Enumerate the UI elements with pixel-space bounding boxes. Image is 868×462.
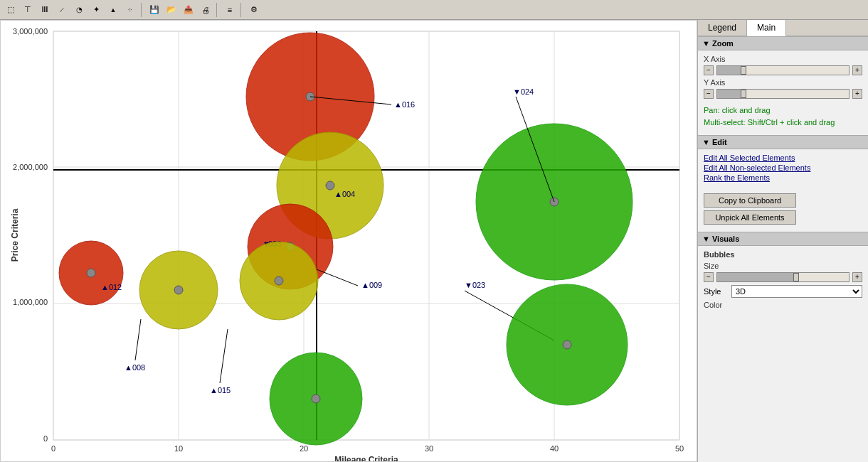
toolbar-list[interactable]: ≡: [222, 2, 238, 18]
visuals-section-content: Bubbles Size − + Style 3D 2D Flat Color: [698, 246, 868, 316]
color-label: Color: [704, 301, 862, 309]
toolbar-sep1: [141, 3, 144, 17]
zoom-section-header[interactable]: ▼ Zoom: [698, 36, 868, 50]
svg-text:0: 0: [51, 444, 55, 453]
style-label: Style: [704, 287, 729, 296]
edit-all-selected-link[interactable]: Edit All Selected Elements: [704, 154, 862, 162]
toolbar-print[interactable]: 🖨: [198, 2, 213, 18]
x-zoom-minus[interactable]: −: [704, 65, 714, 75]
copy-clipboard-btn[interactable]: Copy to Clipboard: [704, 193, 796, 208]
svg-point-34: [326, 181, 334, 190]
x-zoom-plus[interactable]: +: [852, 65, 862, 75]
svg-text:▲015: ▲015: [210, 386, 231, 394]
svg-point-46: [174, 286, 183, 294]
svg-text:40: 40: [550, 444, 559, 453]
pan-line1: Pan: click and drag: [704, 104, 862, 117]
toolbar-star[interactable]: ✦: [88, 2, 104, 18]
svg-text:▲016: ▲016: [394, 100, 415, 109]
toolbar-area[interactable]: ▲: [105, 2, 121, 18]
y-axis-zoom-label: Y Axis: [704, 78, 862, 87]
style-row: Style 3D 2D Flat: [704, 285, 862, 298]
style-select[interactable]: 3D 2D Flat: [731, 285, 862, 298]
chart-area[interactable]: 3,000,000 2,000,000 1,000,000 0 0 10 20 …: [0, 20, 697, 462]
svg-text:Mileage Criteria: Mileage Criteria: [334, 455, 398, 461]
svg-text:10: 10: [174, 444, 183, 453]
toolbar-sep2: [216, 3, 219, 17]
edit-all-nonselected-link[interactable]: Edit All Non-selected Elements: [704, 163, 862, 172]
svg-point-41: [87, 269, 95, 277]
size-plus[interactable]: +: [852, 272, 862, 282]
svg-text:▼024: ▼024: [513, 87, 534, 96]
edit-section-title: ▼ Edit: [702, 138, 727, 146]
visuals-section-header[interactable]: ▼ Visuals: [698, 232, 868, 246]
rank-elements-link[interactable]: Rank the Elements: [704, 173, 862, 182]
svg-text:▲008: ▲008: [125, 363, 145, 372]
x-axis-slider-row: − +: [704, 65, 862, 75]
size-track[interactable]: [716, 272, 850, 282]
toolbar-scatter[interactable]: ⁘: [122, 2, 138, 18]
svg-text:20: 20: [300, 444, 308, 453]
visuals-section-title: ▼ Visuals: [702, 235, 739, 243]
zoom-section-title: ▼ Zoom: [702, 39, 734, 48]
svg-text:2,000,000: 2,000,000: [13, 163, 48, 171]
unpick-all-btn[interactable]: Unpick All Elements: [704, 210, 796, 225]
toolbar-select[interactable]: ⬚: [3, 2, 18, 18]
toolbar-open[interactable]: 📂: [164, 2, 179, 18]
svg-text:▲012: ▲012: [101, 283, 122, 291]
svg-text:1,000,000: 1,000,000: [13, 298, 48, 306]
toolbar-export[interactable]: 📤: [181, 2, 196, 18]
pan-info: Pan: click and drag Multi-select: Shift/…: [704, 102, 862, 131]
toolbar-bar-chart[interactable]: lll: [37, 2, 53, 18]
svg-text:50: 50: [675, 444, 684, 453]
svg-text:30: 30: [425, 444, 433, 453]
main-content: 3,000,000 2,000,000 1,000,000 0 0 10 20 …: [0, 20, 868, 462]
toolbar-pie-chart[interactable]: ◔: [71, 2, 87, 18]
svg-text:▼023: ▼023: [465, 281, 485, 289]
edit-section-content: Edit All Selected Elements Edit All Non-…: [698, 149, 868, 232]
toolbar-save[interactable]: 💾: [147, 2, 162, 18]
tab-main[interactable]: Main: [747, 20, 786, 36]
right-panel: Legend Main ▼ Zoom X Axis − + Y Axis −: [697, 20, 868, 462]
size-minus[interactable]: −: [704, 272, 714, 282]
size-label: Size: [704, 262, 862, 270]
svg-point-54: [312, 394, 320, 403]
y-zoom-minus[interactable]: −: [704, 89, 714, 99]
edit-section-header[interactable]: ▼ Edit: [698, 135, 868, 149]
size-slider-row: − +: [704, 272, 862, 282]
pan-line2: Multi-select: Shift/Ctrl + click and dra…: [704, 117, 862, 129]
svg-text:Price Criteria: Price Criteria: [10, 208, 20, 262]
toolbar-align-top[interactable]: ⊤: [20, 2, 36, 18]
x-axis-zoom-label: X Axis: [704, 55, 862, 63]
toolbar: ⬚ ⊤ lll ⟋ ◔ ✦ ▲ ⁘ 💾 📂 📤 🖨 ≡ ⚙: [0, 0, 868, 20]
zoom-section-content: X Axis − + Y Axis − + Pan: click and: [698, 50, 868, 135]
tab-legend[interactable]: Legend: [698, 20, 747, 36]
svg-point-52: [563, 340, 571, 349]
toolbar-line-chart[interactable]: ⟋: [54, 2, 70, 18]
toolbar-sep3: [240, 3, 243, 17]
svg-point-44: [275, 276, 283, 285]
svg-text:▲009: ▲009: [361, 281, 382, 289]
bubbles-label: Bubbles: [704, 250, 862, 259]
tab-bar: Legend Main: [698, 20, 868, 36]
svg-text:0: 0: [43, 434, 48, 443]
chart-svg: 3,000,000 2,000,000 1,000,000 0 0 10 20 …: [1, 21, 697, 461]
y-zoom-plus[interactable]: +: [852, 89, 862, 99]
toolbar-settings[interactable]: ⚙: [246, 2, 262, 18]
svg-text:▲004: ▲004: [334, 190, 355, 198]
svg-text:3,000,000: 3,000,000: [13, 27, 48, 36]
y-axis-slider-row: − +: [704, 89, 862, 99]
y-zoom-track[interactable]: [716, 89, 850, 99]
x-zoom-track[interactable]: [716, 65, 850, 75]
